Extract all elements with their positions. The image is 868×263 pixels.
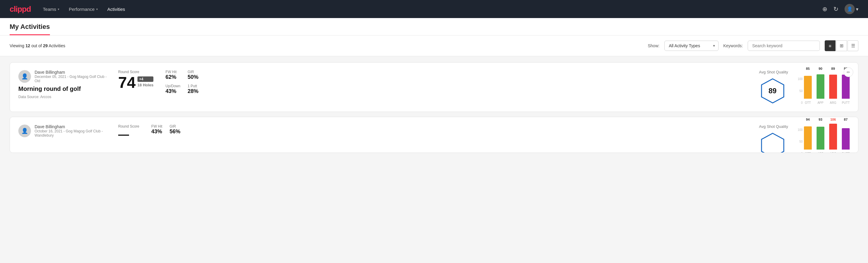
user-info-2: Dave Billingham October 16, 2021 - Gog M… [35, 124, 108, 138]
user-info-1: Dave Billingham December 05, 2021 - Gog … [35, 70, 108, 83]
activity-title-1: Morning round of golf [18, 85, 108, 92]
viewing-total: 29 [43, 43, 48, 48]
bar-chart-1: 100 50 0 85 OTT [798, 77, 850, 105]
hex-score-num-1: 89 [769, 87, 777, 95]
stat-gir-2: GIR 56% [169, 124, 181, 135]
viewing-count: 12 [26, 43, 30, 48]
y-axis-2: 100 50 0 [798, 128, 803, 153]
activity-type-select-wrap: All Activity Types ▾ [664, 40, 718, 51]
card-left-2: 👤 Dave Billingham October 16, 2021 - Gog… [18, 124, 108, 140]
bar-chart-container-2: 100 50 0 94 OTT 93 [798, 128, 850, 153]
round-score-group-1: Round Score 74 +4 18 Holes [118, 70, 153, 90]
stat-gir: GIR 50% [188, 70, 203, 80]
nav-activities[interactable]: Activities [107, 7, 125, 12]
bar-app-2: 93 APP [816, 118, 825, 153]
bars-wrap-1: 85 OTT 90 APP [804, 77, 850, 105]
bar-putt-2: 87 PUTT [842, 118, 850, 153]
view-grid-button[interactable]: ⊞ [836, 40, 847, 51]
navbar-left: clippd Teams ▾ Performance ▾ Activities [10, 4, 125, 14]
performance-chevron-icon: ▾ [96, 7, 98, 11]
round-score-value-2: — [118, 129, 139, 140]
viewing-suffix: Activities [48, 43, 65, 48]
hex-score-1: 89 [759, 77, 786, 105]
user-row-1: 👤 Dave Billingham December 05, 2021 - Go… [18, 70, 108, 83]
card-stats-1: Round Score 74 +4 18 Holes FW Hit 62% GI… [118, 70, 749, 94]
nav-links: Teams ▾ Performance ▾ Activities [43, 7, 125, 12]
card-left-1: 👤 Dave Billingham December 05, 2021 - Go… [18, 70, 108, 99]
navbar-right: ⊕ ↻ 👤 ▾ [822, 4, 858, 14]
navbar: clippd Teams ▾ Performance ▾ Activities … [0, 0, 868, 18]
avg-shot-quality-section-2: Avg Shot Quality [759, 124, 788, 153]
viewing-prefix: Viewing [10, 43, 26, 48]
avg-shot-quality-section-1: Avg Shot Quality 89 [759, 70, 788, 105]
bar-arg: 89 ARG [829, 67, 837, 105]
bar-ott-rect [804, 76, 812, 99]
user-avatar-btn[interactable]: 👤 ▾ [844, 4, 858, 14]
user-date-2: October 16, 2021 - Gog Magog Golf Club -… [35, 129, 108, 138]
bar-ott-2: 94 OTT [804, 118, 812, 153]
stat-fw-hit: FW Hit 62% [165, 70, 180, 80]
user-row-2: 👤 Dave Billingham October 16, 2021 - Gog… [18, 124, 108, 138]
quality-label-2: Avg Shot Quality [759, 124, 788, 129]
nav-teams-label: Teams [43, 7, 56, 12]
nav-performance[interactable]: Performance ▾ [69, 7, 98, 12]
logo: clippd [10, 4, 31, 14]
data-source-1: Data Source: Arccos [18, 95, 108, 99]
card-quality-1: Avg Shot Quality 89 100 50 0 [759, 70, 850, 105]
add-circle-icon[interactable]: ⊕ [822, 5, 828, 12]
avatar-2: 👤 [18, 124, 31, 137]
holes-label-1: 18 Holes [137, 83, 153, 87]
keywords-label: Keywords: [723, 43, 743, 48]
bar-ott: 85 OTT [804, 67, 812, 105]
user-name-1: Dave Billingham [35, 70, 108, 75]
round-score-label-2: Round Score [118, 124, 139, 128]
nav-teams[interactable]: Teams ▾ [43, 7, 59, 12]
card-stats-2: Round Score — FW Hit 43% GIR 56% [118, 124, 749, 140]
refresh-icon[interactable]: ↻ [833, 5, 839, 12]
view-list-compact-button[interactable]: ≡ [825, 40, 836, 51]
teams-chevron-icon: ▾ [58, 7, 59, 11]
view-toggles: ≡ ⊞ ☰ [825, 40, 858, 51]
activity-type-select[interactable]: All Activity Types [664, 40, 718, 51]
stat-updown: Up/Down 43% [165, 84, 180, 94]
bar-chart-2: 100 50 0 94 OTT 93 [798, 128, 850, 153]
stat-grid-2: FW Hit 43% GIR 56% [151, 124, 181, 135]
card-quality-2: Avg Shot Quality 100 50 0 [759, 124, 850, 153]
filter-bar: Viewing 12 out of 29 Activities Show: Al… [0, 35, 868, 56]
nav-performance-label: Performance [69, 7, 95, 12]
avatar: 👤 [844, 4, 855, 14]
nav-activities-label: Activities [107, 7, 125, 12]
bar-arg-rect [829, 75, 837, 99]
edit-button-1[interactable]: ✏ [844, 67, 853, 77]
quality-label-1: Avg Shot Quality [759, 70, 788, 74]
search-input[interactable] [748, 40, 820, 51]
avatar-chevron-icon: ▾ [856, 6, 858, 12]
round-score-value-1: 74 +4 18 Holes [118, 75, 153, 90]
score-badge-1: +4 [137, 77, 153, 82]
bar-app-rect [816, 74, 825, 99]
bars-wrap-2: 94 OTT 93 APP [804, 128, 850, 153]
stat-1putt: 1 Putt 28% [188, 84, 203, 94]
bar-chart-container-1: 100 50 0 85 OTT [798, 70, 850, 105]
stat-grid-1: FW Hit 62% GIR 50% Up/Down 43% 1 Putt 28… [165, 70, 203, 94]
avatar-1: 👤 [18, 70, 31, 83]
view-list-full-button[interactable]: ☰ [847, 40, 858, 51]
bar-app: 90 APP [816, 67, 825, 105]
viewing-mid: out of [30, 43, 43, 48]
hex-score-2 [759, 132, 786, 153]
content: 👤 Dave Billingham December 05, 2021 - Go… [0, 56, 868, 164]
svg-marker-1 [762, 133, 784, 153]
user-name-2: Dave Billingham [35, 124, 108, 129]
round-score-group-2: Round Score — [118, 124, 139, 140]
stat-fw-hit-2: FW Hit 43% [151, 124, 162, 135]
page-header: My Activities [0, 18, 868, 35]
viewing-text: Viewing 12 out of 29 Activities [10, 43, 643, 48]
activity-card-2: 👤 Dave Billingham October 16, 2021 - Gog… [10, 117, 858, 153]
bar-putt-rect [842, 75, 850, 99]
round-score-label-1: Round Score [118, 70, 153, 74]
bar-arg-2: 106 ARG [829, 118, 837, 153]
activity-card-1: 👤 Dave Billingham December 05, 2021 - Go… [10, 62, 858, 112]
show-label: Show: [648, 43, 659, 48]
user-date-1: December 05, 2021 - Gog Magog Golf Club … [35, 75, 108, 83]
y-axis: 100 50 0 [798, 77, 803, 105]
